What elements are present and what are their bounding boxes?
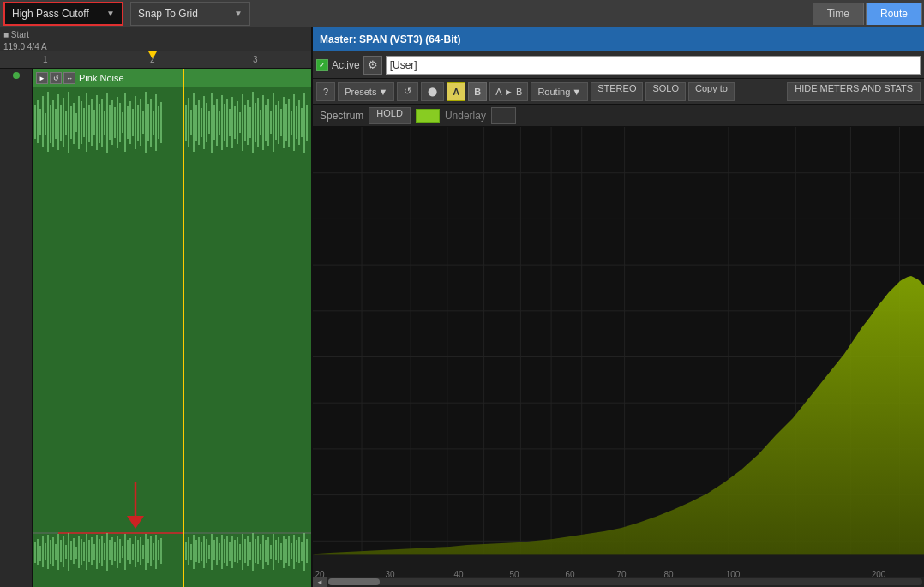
svg-rect-81 — [262, 95, 264, 150]
svg-rect-193 — [288, 536, 290, 566]
svg-rect-83 — [267, 99, 269, 146]
svg-rect-195 — [293, 535, 295, 569]
svg-rect-3 — [39, 109, 41, 135]
svg-rect-154 — [188, 537, 189, 565]
svg-rect-117 — [70, 541, 72, 560]
svg-rect-80 — [260, 110, 261, 135]
b-button[interactable]: B — [468, 82, 487, 101]
track-stretch-icon[interactable]: ↔ — [63, 72, 75, 84]
svg-rect-69 — [231, 97, 233, 148]
svg-rect-177 — [247, 536, 249, 566]
svg-rect-183 — [262, 535, 264, 569]
svg-rect-192 — [285, 539, 287, 563]
routing-button[interactable]: Routing ▼ — [531, 82, 588, 101]
svg-rect-123 — [86, 534, 87, 570]
track-header: ■ Start 119.0 4/4 A — [0, 27, 311, 51]
svg-rect-134 — [114, 542, 116, 561]
svg-rect-182 — [260, 544, 261, 560]
svg-rect-191 — [283, 536, 285, 568]
svg-rect-64 — [219, 111, 220, 135]
track-label-strip — [0, 69, 33, 587]
svg-rect-104 — [37, 539, 39, 565]
track-play-icon[interactable]: ► — [36, 72, 48, 84]
svg-rect-74 — [244, 105, 246, 141]
spectrum-scrollbar[interactable]: ◄ — [313, 577, 924, 587]
svg-rect-167 — [221, 535, 223, 569]
solo-button[interactable]: SOLO — [645, 82, 686, 101]
tab-route[interactable]: Route — [866, 3, 922, 25]
svg-rect-13 — [65, 111, 67, 135]
presets-arrow: ▼ — [378, 87, 387, 97]
a-button[interactable]: A — [447, 82, 465, 101]
underlay-value: — — [491, 107, 516, 124]
svg-rect-190 — [280, 543, 282, 560]
svg-rect-103 — [34, 542, 36, 563]
svg-rect-169 — [226, 536, 228, 566]
start-info: ■ Start 119.0 4/4 A — [3, 29, 47, 53]
svg-rect-57 — [201, 108, 202, 137]
svg-rect-89 — [283, 97, 285, 148]
svg-rect-30 — [109, 105, 111, 140]
hide-meters-button[interactable]: HIDE METERS AND STATS — [787, 82, 921, 101]
svg-rect-21 — [86, 93, 87, 152]
svg-rect-46 — [150, 99, 152, 147]
top-toolbar: High Pass Cutoff ▼ Snap To Grid ▼ Time R… — [0, 0, 924, 27]
svg-rect-76 — [249, 107, 251, 138]
daw-panel: ■ Start 119.0 4/4 A 1 2 3 — [0, 27, 313, 587]
question-button[interactable]: ? — [316, 82, 335, 101]
start-marker-label: Start — [11, 30, 29, 39]
scrollbar-thumb[interactable] — [328, 578, 380, 585]
svg-rect-114 — [63, 536, 64, 567]
svg-rect-9 — [55, 109, 57, 139]
stereo-button[interactable]: STEREO — [591, 82, 643, 101]
svg-rect-47 — [153, 111, 154, 135]
svg-rect-175 — [242, 534, 243, 570]
waveform-svg — [33, 87, 311, 587]
preset-field[interactable] — [386, 56, 921, 75]
svg-rect-42 — [140, 99, 141, 146]
span-controls-row: ✓ Active ⚙ — [313, 51, 924, 79]
spectrum-row: Spectrum HOLD Underlay — — [313, 105, 924, 127]
track-icons: ► ↺ ↔ — [36, 72, 75, 84]
scrollbar-track[interactable] — [328, 578, 922, 585]
circle-button[interactable]: ⬤ — [421, 82, 444, 101]
hold-button[interactable]: HOLD — [369, 107, 411, 124]
svg-rect-200 — [306, 539, 308, 563]
span-titlebar: Master: SPAN (VST3) (64-Bit) — [313, 27, 924, 51]
svg-rect-113 — [60, 540, 62, 562]
active-checkbox[interactable]: ✓ Active — [316, 59, 360, 71]
svg-rect-90 — [285, 104, 287, 141]
svg-rect-98 — [306, 105, 308, 141]
snap-to-grid-dropdown[interactable]: Snap To Grid ▼ — [130, 2, 250, 26]
svg-rect-49 — [158, 106, 159, 139]
svg-rect-162 — [208, 545, 210, 559]
gear-button[interactable]: ⚙ — [363, 56, 382, 75]
svg-rect-55 — [195, 105, 197, 141]
svg-rect-56 — [198, 100, 200, 145]
svg-rect-92 — [291, 111, 292, 135]
svg-rect-184 — [265, 540, 267, 562]
svg-rect-126 — [93, 544, 95, 560]
scroll-left-btn[interactable]: ◄ — [313, 577, 327, 587]
spectrum-green-indicator[interactable] — [416, 109, 440, 123]
svg-rect-159 — [201, 542, 202, 561]
presets-button[interactable]: Presets ▼ — [338, 82, 394, 101]
svg-rect-115 — [65, 545, 67, 559]
svg-rect-199 — [303, 533, 305, 571]
track-loop-icon[interactable]: ↺ — [50, 72, 62, 84]
copy-to-button[interactable]: Copy to — [688, 82, 735, 101]
svg-rect-118 — [73, 538, 75, 564]
svg-rect-32 — [114, 107, 116, 138]
tab-time[interactable]: Time — [813, 3, 864, 25]
svg-rect-35 — [122, 112, 123, 133]
ab-arrow-button[interactable]: A ► B — [489, 82, 528, 101]
high-pass-cutoff-dropdown[interactable]: High Pass Cutoff ▼ — [3, 2, 123, 26]
svg-rect-181 — [257, 536, 259, 564]
svg-rect-36 — [124, 93, 126, 152]
active-checkbox-box[interactable]: ✓ — [316, 59, 328, 71]
svg-rect-109 — [50, 540, 51, 564]
svg-rect-26 — [99, 104, 100, 143]
reset-button[interactable]: ↺ — [397, 82, 418, 101]
svg-rect-131 — [106, 533, 108, 571]
svg-rect-161 — [206, 539, 207, 563]
